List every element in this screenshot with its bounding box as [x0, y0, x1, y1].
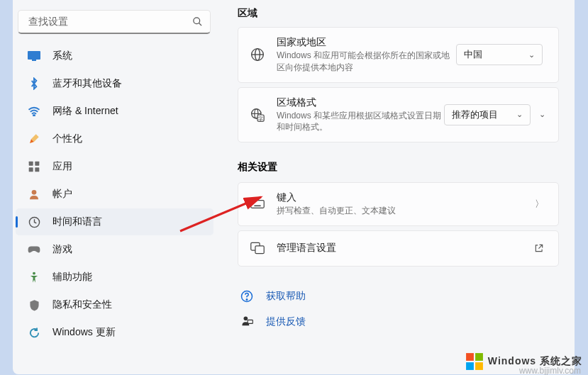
country-title: 国家或地区	[277, 36, 456, 49]
search-input[interactable]: 查找设置	[18, 10, 211, 34]
card-body: 键入 拼写检查、自动更正、文本建议	[267, 191, 531, 217]
nav-label: 个性化	[52, 133, 82, 145]
watermark-url: www.bjjimlv.com	[519, 366, 581, 375]
sidebar-item-accounts[interactable]: 帐户	[16, 181, 213, 208]
sidebar-item-system[interactable]: 系统	[16, 43, 213, 69]
country-desc: Windows 和应用可能会根据你所在的国家或地区向你提供本地内容	[277, 50, 456, 74]
svg-rect-7	[29, 167, 33, 172]
typing-card[interactable]: 键入 拼写检查、自动更正、文本建议 〉	[238, 182, 559, 226]
svg-rect-28	[255, 246, 264, 254]
svg-point-32	[243, 317, 248, 321]
external-link-icon	[530, 243, 548, 253]
typing-desc: 拼写检查、自动更正、文本建议	[277, 205, 531, 217]
settings-window: 查找设置 系统 蓝牙和其他设备 网络 & Internet 个性化	[13, 0, 575, 374]
privacy-icon	[27, 298, 41, 312]
nav-label: 隐私和安全性	[52, 298, 112, 311]
sidebar-item-network[interactable]: 网络 & Internet	[16, 98, 213, 125]
svg-point-9	[32, 190, 37, 195]
search-icon	[192, 16, 203, 27]
svg-rect-6	[35, 162, 39, 166]
nav-label: 游戏	[52, 243, 72, 256]
feedback-label: 提供反馈	[256, 315, 306, 328]
sidebar-item-accessibility[interactable]: 辅助功能	[16, 264, 213, 291]
nav-list: 系统 蓝牙和其他设备 网络 & Internet 个性化 应用 帐户	[13, 43, 222, 346]
svg-rect-3	[32, 60, 36, 61]
help-links: 获取帮助 提供反馈	[238, 284, 559, 335]
personalize-icon	[27, 132, 41, 146]
svg-point-11	[33, 272, 35, 274]
nav-label: 应用	[52, 160, 72, 173]
network-icon	[27, 104, 41, 118]
svg-line-1	[199, 23, 201, 26]
sidebar-item-update[interactable]: Windows 更新	[16, 319, 213, 346]
chevron-down-icon: ⌄	[528, 50, 535, 60]
nav-label: 时间和语言	[52, 216, 102, 228]
nav-label: 系统	[52, 50, 72, 62]
search-placeholder: 查找设置	[28, 16, 192, 28]
svg-line-29	[538, 245, 542, 249]
nav-label: 蓝牙和其他设备	[52, 77, 122, 90]
svg-rect-37	[466, 362, 474, 370]
nav-label: 网络 & Internet	[52, 105, 118, 118]
svg-rect-33	[248, 320, 253, 324]
format-desc: Windows 和某些应用根据区域格式设置日期和时间格式。	[277, 110, 444, 134]
content-panel: 区域 国家或地区 Windows 和应用可能会根据你所在的国家或地区向你提供本地…	[222, 0, 575, 374]
region-heading: 区域	[238, 7, 559, 20]
feedback-icon	[238, 315, 256, 328]
svg-rect-36	[475, 353, 483, 361]
apps-icon	[27, 159, 41, 174]
help-icon	[238, 290, 256, 303]
format-value: 推荐的项目	[452, 108, 498, 121]
country-value: 中国	[464, 48, 482, 61]
update-icon	[27, 325, 41, 340]
language-title: 管理语言设置	[277, 242, 530, 254]
svg-rect-5	[29, 162, 33, 166]
bluetooth-icon	[27, 77, 41, 91]
svg-rect-8	[35, 167, 39, 172]
sidebar-item-bluetooth[interactable]: 蓝牙和其他设备	[16, 70, 213, 97]
language-settings-card[interactable]: 管理语言设置	[238, 230, 559, 267]
sidebar-item-time-language[interactable]: 时间和语言	[16, 208, 213, 235]
help-label: 获取帮助	[256, 290, 306, 303]
sidebar: 查找设置 系统 蓝牙和其他设备 网络 & Internet 个性化	[13, 0, 222, 374]
svg-rect-20	[251, 201, 264, 208]
sidebar-item-privacy[interactable]: 隐私和安全性	[16, 291, 213, 318]
sidebar-item-personalize[interactable]: 个性化	[16, 125, 213, 152]
svg-point-4	[33, 115, 35, 116]
globe-icon	[248, 47, 267, 62]
country-dropdown[interactable]: 中国 ⌄	[456, 44, 543, 65]
svg-rect-2	[28, 51, 40, 60]
region-format-card[interactable]: 字 区域格式 Windows 和某些应用根据区域格式设置日期和时间格式。 推荐的…	[238, 87, 559, 143]
language-icon	[248, 242, 267, 254]
svg-rect-38	[475, 362, 483, 370]
svg-point-0	[194, 18, 200, 24]
keyboard-icon	[248, 199, 267, 209]
card-body: 管理语言设置	[267, 242, 530, 255]
country-region-card[interactable]: 国家或地区 Windows 和应用可能会根据你所在的国家或地区向你提供本地内容 …	[238, 27, 559, 83]
chevron-down-icon: ⌄	[516, 110, 523, 119]
format-dropdown[interactable]: 推荐的项目 ⌄	[444, 104, 531, 125]
nav-label: 帐户	[52, 188, 72, 201]
gaming-icon	[27, 242, 41, 257]
related-heading: 相关设置	[238, 161, 559, 174]
windows-logo-icon	[465, 352, 484, 371]
sidebar-item-apps[interactable]: 应用	[16, 153, 213, 180]
globe-char-icon: 字	[248, 108, 267, 122]
sidebar-item-gaming[interactable]: 游戏	[16, 236, 213, 263]
nav-label: Windows 更新	[52, 326, 116, 339]
svg-rect-35	[466, 353, 474, 361]
feedback-link[interactable]: 提供反馈	[238, 309, 559, 335]
system-icon	[27, 49, 41, 63]
chevron-right-icon: 〉	[531, 198, 548, 211]
svg-text:字: 字	[258, 116, 263, 121]
card-body: 国家或地区 Windows 和应用可能会根据你所在的国家或地区向你提供本地内容	[267, 36, 456, 74]
card-body: 区域格式 Windows 和某些应用根据区域格式设置日期和时间格式。	[267, 96, 444, 134]
accessibility-icon	[27, 270, 41, 284]
expand-button[interactable]: ⌄	[536, 110, 548, 119]
time-icon	[27, 215, 41, 229]
svg-point-31	[246, 299, 248, 301]
get-help-link[interactable]: 获取帮助	[238, 284, 559, 309]
nav-label: 辅助功能	[52, 271, 92, 284]
format-title: 区域格式	[277, 96, 444, 109]
accounts-icon	[27, 187, 41, 201]
